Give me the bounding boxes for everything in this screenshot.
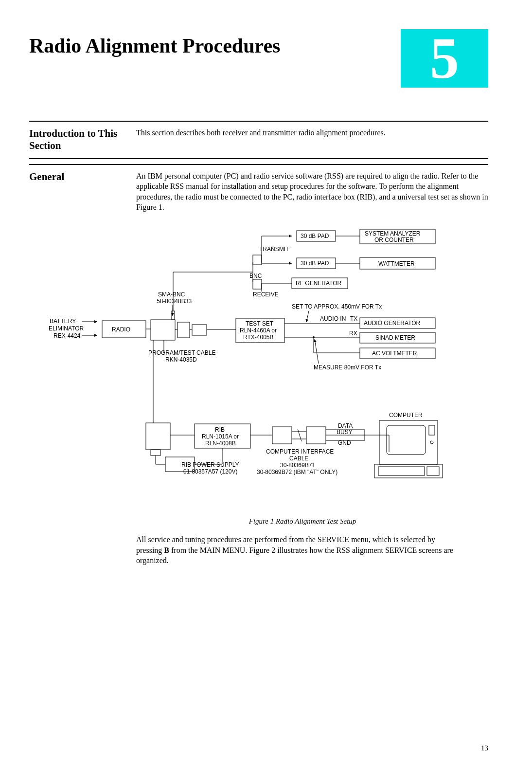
set-approx-label: SET TO APPROX. 450mV FOR Tx bbox=[292, 303, 382, 310]
svg-rect-11 bbox=[172, 311, 175, 320]
page-number: 13 bbox=[481, 744, 488, 752]
comp-iface-label1: COMPUTER INTERFACE bbox=[266, 448, 334, 455]
post-figure-text2: from the MAIN MENU. Figure 2 illustrates… bbox=[136, 546, 453, 565]
pad2-label: 30 dB PAD bbox=[301, 260, 329, 267]
svg-rect-42 bbox=[146, 423, 170, 450]
comp-iface-label2: CABLE bbox=[289, 455, 308, 462]
test-set-label: TEST SET bbox=[246, 320, 274, 327]
rf-gen-label: RF GENERATOR bbox=[296, 280, 342, 287]
svg-rect-68 bbox=[378, 467, 425, 475]
section-general: General An IBM personal computer (PC) an… bbox=[29, 164, 488, 219]
pad1-label: 30 dB PAD bbox=[301, 233, 329, 239]
svg-line-50 bbox=[298, 429, 301, 441]
wattmeter-label: WATTMETER bbox=[378, 260, 415, 267]
receive-label: RECEIVE bbox=[253, 291, 279, 298]
svg-line-36 bbox=[306, 311, 309, 322]
transmit-label: TRANSMIT bbox=[259, 246, 289, 253]
svg-rect-16 bbox=[253, 279, 262, 289]
gnd-label: GND bbox=[338, 439, 351, 446]
section-introduction: Introduction to This Section This sectio… bbox=[29, 121, 488, 159]
measure-label: MEASURE 80mV FOR Tx bbox=[314, 364, 381, 371]
section-body-general: An IBM personal computer (PC) and radio … bbox=[136, 171, 488, 213]
rib-power-label: RIB POWER SUPPLY bbox=[181, 461, 239, 468]
svg-rect-47 bbox=[272, 427, 292, 444]
bnc-label: BNC bbox=[249, 273, 262, 279]
svg-rect-69 bbox=[427, 467, 439, 475]
audio-in-label: AUDIO IN bbox=[320, 315, 346, 322]
audio-gen-label: AUDIO GENERATOR bbox=[364, 320, 421, 327]
rib-power-part: 01-80357A57 (120V) bbox=[183, 468, 237, 475]
svg-rect-43 bbox=[151, 450, 160, 456]
sma-bnc-label: SMA-BNC bbox=[158, 291, 185, 298]
figure-caption: Figure 1 Radio Alignment Test Setup bbox=[117, 517, 488, 526]
comp-iface-part1: 30-80369B71 bbox=[280, 462, 315, 469]
svg-line-40 bbox=[315, 339, 319, 364]
program-cable-label: PROGRAM/TEST CABLE bbox=[148, 349, 215, 356]
data-label: DATA bbox=[338, 422, 353, 429]
svg-rect-65 bbox=[429, 425, 435, 435]
rib-label: RIB bbox=[215, 426, 225, 433]
svg-rect-5 bbox=[177, 322, 190, 338]
svg-rect-51 bbox=[306, 427, 326, 444]
program-cable-part: RKN-4035D bbox=[165, 356, 197, 363]
svg-rect-4 bbox=[151, 320, 175, 340]
rib-part2: RLN-4008B bbox=[205, 440, 236, 447]
svg-rect-67 bbox=[374, 464, 443, 478]
battery-label: BATTERY bbox=[50, 318, 76, 325]
svg-point-66 bbox=[430, 441, 433, 444]
post-figure-paragraph: All service and tuning procedures are pe… bbox=[136, 534, 459, 566]
section-body-intro: This section describes both receiver and… bbox=[136, 128, 488, 152]
test-set-part1: RLN-4460A or bbox=[240, 327, 277, 334]
ac-volt-label: AC VOLTMETER bbox=[372, 350, 417, 357]
svg-rect-64 bbox=[387, 425, 426, 455]
analyzer-label1: SYSTEM ANALYZER bbox=[365, 230, 421, 237]
svg-rect-6 bbox=[192, 325, 207, 335]
radio-box-label: RADIO bbox=[112, 326, 130, 333]
analyzer-label2: OR COUNTER bbox=[374, 237, 414, 243]
svg-rect-15 bbox=[253, 255, 262, 265]
section-heading-general: General bbox=[29, 171, 126, 213]
computer-label: COMPUTER bbox=[389, 412, 423, 419]
test-setup-diagram: BATTERY ELIMINATOR REX-4424 RADIO SMA-BN… bbox=[49, 228, 488, 512]
key-b: B bbox=[164, 546, 169, 554]
test-set-part2: RTX-4005B bbox=[243, 334, 273, 341]
section-heading-intro: Introduction to This Section bbox=[29, 128, 126, 152]
busy-label: BUSY bbox=[337, 429, 353, 436]
tx-label: TX bbox=[350, 315, 357, 322]
rib-part1: RLN-1015A or bbox=[202, 433, 239, 440]
chapter-number-badge: 5 bbox=[401, 29, 488, 88]
rex-label: REX-4424 bbox=[53, 332, 81, 339]
rx-label: RX bbox=[349, 330, 357, 337]
eliminator-label: ELIMINATOR bbox=[49, 325, 84, 332]
sma-bnc-part: 58-80348B33 bbox=[157, 298, 192, 305]
sinad-label: SINAD METER bbox=[375, 334, 415, 341]
comp-iface-part2: 30-80369B72 (IBM "AT" ONLY) bbox=[257, 469, 337, 475]
